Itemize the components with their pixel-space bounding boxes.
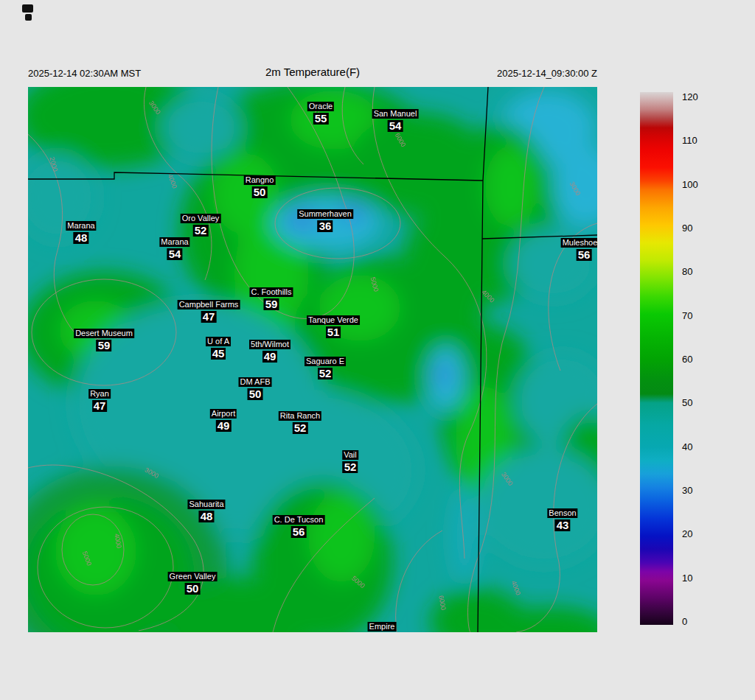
station: Rita Ranch52 (279, 411, 321, 434)
station-value: 56 (577, 249, 592, 261)
temperature-colorbar: 1201101009080706050403020100 (640, 92, 673, 625)
station-name: Rita Ranch (279, 411, 321, 421)
station: Benson43 (547, 508, 577, 531)
station: Rangno50 (244, 175, 276, 198)
station-value: 43 (555, 519, 571, 531)
valid-time-utc: 2025-12-14_09:30:00 Z (497, 68, 597, 79)
station-name: Green Valley (168, 572, 218, 581)
station-value: 48 (74, 232, 89, 244)
station-name: Saguaro E (305, 357, 346, 366)
station: 5th/Wilmot49 (249, 340, 290, 363)
station-value: 52 (293, 422, 308, 434)
station-name: Vail (342, 450, 358, 460)
station: Summerhaven36 (297, 209, 353, 232)
station-value: 55 (313, 113, 329, 125)
station-name: Sahuarita (187, 500, 225, 509)
station-value: 52 (193, 225, 209, 237)
station-name: C. Foothills (249, 287, 293, 297)
colorbar-tick-label: 10 (682, 572, 692, 583)
station-name: DM AFB (239, 377, 272, 387)
station-value: 52 (318, 368, 333, 379)
station-value: 48 (199, 511, 215, 522)
station-value: 59 (97, 340, 112, 351)
station-value: 50 (185, 583, 201, 595)
station: U of A45 (206, 337, 231, 360)
station-name: Marana (159, 237, 189, 247)
station-name: 5th/Wilmot (249, 340, 290, 349)
station-value: 54 (167, 248, 183, 260)
screen-artifact (22, 4, 33, 13)
station-name: San Manuel (372, 109, 419, 119)
station-value: 59 (264, 298, 279, 310)
station: Muleshoe R56 (561, 238, 597, 261)
station: San Manuel54 (372, 109, 419, 132)
station-value: 50 (252, 186, 268, 198)
station: Green Valley50 (168, 572, 218, 595)
station-value: 49 (262, 351, 278, 363)
station-value: 49 (216, 420, 232, 432)
station-name: Summerhaven (297, 209, 353, 219)
colorbar-tick-label: 40 (682, 441, 692, 452)
station-name: Campbell Farms (178, 300, 240, 309)
station-value: 47 (201, 311, 217, 323)
colorbar-tick-label: 120 (682, 91, 698, 102)
station-value: 47 (92, 400, 108, 412)
temperature-map: 2000300040004000600050004000300050003000… (28, 87, 597, 632)
station: Empire (368, 622, 397, 631)
station-value: 50 (248, 388, 263, 400)
colorbar-tick-label: 30 (682, 485, 692, 496)
station-value: 36 (318, 220, 333, 232)
station-value: 45 (211, 348, 226, 360)
station: Sahuarita48 (187, 500, 225, 522)
station-name: Tanque Verde (307, 315, 360, 325)
station: Vail52 (342, 450, 358, 473)
station: Desert Museum59 (74, 329, 134, 351)
colorbar-tick-label: 0 (682, 616, 687, 627)
station-name: Marana (66, 221, 96, 231)
station: Marana48 (66, 221, 96, 244)
station-name: Oro Valley (181, 214, 221, 223)
station: Oro Valley52 (181, 214, 221, 237)
station: C. Foothills59 (249, 287, 293, 310)
station-name: Oracle (307, 102, 334, 111)
station: Oracle55 (307, 102, 334, 125)
station-name: Airport (210, 409, 237, 419)
station: Airport49 (210, 409, 237, 432)
station-value: 56 (291, 526, 307, 538)
station-name: Rangno (244, 175, 276, 185)
weather-map-page: 2025-12-14 02:30AM MST 2m Temperature(F)… (0, 0, 755, 700)
station: Ryan47 (88, 389, 111, 412)
station-name: Desert Museum (74, 329, 134, 338)
colorbar-tick-label: 60 (682, 354, 692, 365)
colorbar-tick-label: 70 (682, 309, 692, 321)
station-name: Benson (547, 508, 577, 518)
station-value: 54 (388, 120, 403, 132)
station-value: 52 (343, 461, 358, 473)
station: Campbell Farms47 (178, 300, 240, 323)
colorbar-tick-label: 90 (682, 223, 692, 234)
station: Marana54 (159, 237, 189, 260)
station: Saguaro E52 (305, 357, 346, 379)
station: C. De Tucson56 (273, 515, 325, 538)
colorbar-tick-label: 100 (682, 178, 698, 189)
station-name: U of A (206, 337, 231, 346)
colorbar-gradient (640, 92, 673, 625)
station: DM AFB50 (239, 377, 272, 400)
station-value: 51 (326, 326, 341, 338)
station-name: Muleshoe R (561, 238, 597, 248)
colorbar-tick-label: 110 (682, 135, 697, 146)
station-name: Empire (368, 622, 397, 631)
station-name: C. De Tucson (273, 515, 325, 525)
station: Tanque Verde51 (307, 315, 360, 338)
station-name: Ryan (88, 389, 111, 399)
colorbar-tick-label: 20 (682, 528, 692, 539)
screen-artifact (25, 14, 32, 21)
colorbar-tick-label: 50 (682, 397, 692, 408)
colorbar-tick-label: 80 (682, 266, 692, 277)
